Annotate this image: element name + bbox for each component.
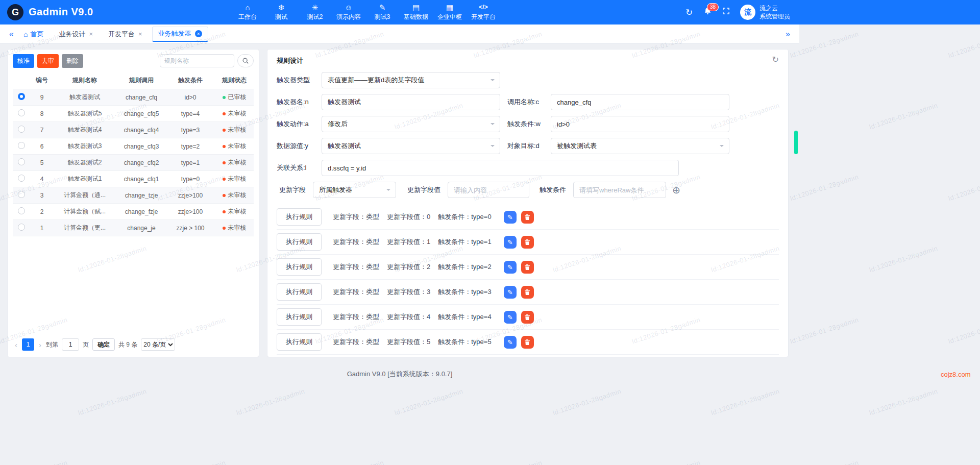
- trigger-condition-input[interactable]: [551, 116, 729, 132]
- page-size-select[interactable]: 20 条/页: [141, 338, 175, 351]
- page-number-button[interactable]: 1: [22, 338, 34, 351]
- scrollbar-thumb[interactable]: [794, 131, 798, 154]
- cell-trigger-cond: zzje > 100: [167, 225, 214, 232]
- next-page-icon[interactable]: ›: [38, 340, 42, 349]
- row-radio[interactable]: [18, 93, 25, 100]
- nav-item-dev-platform[interactable]: </>开发平台: [467, 0, 500, 25]
- target-object-label: 对象目标:d: [507, 141, 551, 151]
- tab-close-icon[interactable]: ×: [89, 30, 93, 38]
- panel-refresh-icon[interactable]: ↻: [772, 55, 779, 64]
- add-rule-icon[interactable]: ⊕: [672, 185, 680, 195]
- edit-rule-button[interactable]: ✎: [504, 261, 517, 274]
- collapse-tabs-icon[interactable]: «: [5, 30, 18, 39]
- expand-tabs-icon[interactable]: »: [781, 30, 794, 39]
- fullscreen-icon[interactable]: [717, 7, 735, 17]
- refresh-icon[interactable]: ↻: [680, 7, 698, 18]
- unapprove-button[interactable]: 去审: [37, 54, 59, 68]
- delete-rule-button[interactable]: [521, 311, 534, 324]
- rule-part: 触发条件：type=2: [438, 262, 491, 272]
- tab-close-icon[interactable]: ×: [195, 30, 202, 37]
- nav-item-label: 企业中枢: [437, 13, 462, 21]
- nav-item-test3[interactable]: ✎测试3: [365, 0, 399, 25]
- row-radio[interactable]: [18, 142, 25, 149]
- goto-confirm-button[interactable]: 确定: [92, 338, 115, 351]
- table-row[interactable]: 4触发器测试1change_cfq1type=0未审核: [13, 171, 254, 187]
- delete-rule-button[interactable]: [521, 236, 534, 249]
- row-radio[interactable]: [18, 109, 25, 116]
- approve-button[interactable]: 核准: [13, 54, 34, 68]
- field-trigger-condition: 触发条件:w: [507, 116, 729, 132]
- search-button[interactable]: [237, 54, 254, 67]
- table-row[interactable]: 1计算金额（更...change_jezzje > 100未审核: [13, 220, 254, 236]
- tab-business-trigger[interactable]: 业务触发器×: [152, 27, 208, 42]
- row-radio[interactable]: [18, 224, 25, 231]
- call-name-input[interactable]: [551, 94, 729, 110]
- status-text: 未审核: [228, 142, 247, 151]
- row-radio[interactable]: [18, 126, 25, 133]
- nav-item-demo-content[interactable]: ☺演示内容: [332, 0, 365, 25]
- status-text: 未审核: [228, 126, 247, 134]
- row-radio[interactable]: [18, 175, 25, 182]
- nav-item-workbench[interactable]: ⌂工作台: [231, 0, 264, 25]
- table-row[interactable]: 9触发器测试change_cfqid>0已审核: [13, 89, 254, 106]
- row-radio[interactable]: [18, 191, 25, 198]
- data-source-select[interactable]: 触发器测试: [322, 138, 500, 154]
- delete-button[interactable]: 删除: [62, 54, 83, 68]
- trigger-type-select[interactable]: 表值更新——更新d表的某字段值: [322, 72, 500, 88]
- table-row[interactable]: 3计算金额（通...change_tzjezzje>100未审核: [13, 187, 254, 204]
- relation-input[interactable]: [322, 160, 679, 176]
- tab-home[interactable]: ⌂首页: [18, 27, 49, 41]
- tab-close-icon[interactable]: ×: [138, 30, 142, 38]
- nav-item-test2[interactable]: ✳测试2: [298, 0, 332, 25]
- row-radio[interactable]: [18, 158, 25, 165]
- cell-trigger-cond: zzje>100: [167, 192, 214, 199]
- notification-bell-icon[interactable]: 38: [698, 7, 717, 18]
- delete-rule-button[interactable]: [521, 211, 534, 224]
- delete-rule-button[interactable]: [521, 261, 534, 274]
- user-info[interactable]: 流之云 系统管理员: [760, 4, 790, 20]
- status-dot: [223, 194, 226, 197]
- edit-rule-button[interactable]: ✎: [504, 286, 517, 299]
- edit-rule-button[interactable]: ✎: [504, 236, 517, 249]
- trigger-name-input[interactable]: [322, 94, 500, 110]
- rule-text: 更新字段：类型更新字段值：4触发条件：type=4: [333, 312, 499, 322]
- table-row[interactable]: 2计算金额（赋...change_fzjezzje>100未审核: [13, 204, 254, 220]
- trigger-action-select[interactable]: 修改后: [322, 116, 500, 132]
- update-field-select[interactable]: 所属触发器: [313, 182, 396, 198]
- workbench-icon: ⌂: [245, 3, 250, 12]
- table-row[interactable]: 6触发器测试3change_cfq3type=2未审核: [13, 138, 254, 155]
- prev-page-icon[interactable]: ‹: [14, 340, 18, 349]
- goto-page-input[interactable]: [62, 338, 79, 351]
- table-row[interactable]: 5触发器测试2change_cfq2type=1未审核: [13, 155, 254, 171]
- cell-trigger-cond: type=4: [167, 110, 214, 117]
- update-value-input[interactable]: [448, 182, 529, 198]
- watermark-text: ld:12026-01-28gadmin: [947, 30, 980, 60]
- delete-rule-button[interactable]: [521, 336, 534, 349]
- target-object-select[interactable]: 被触发测试表: [551, 138, 729, 154]
- header-actions: ↻ 38 流 流之云 系统管理员: [680, 0, 790, 25]
- table-body: 9触发器测试change_cfqid>0已审核8触发器测试5change_cfq…: [13, 89, 254, 236]
- nav-item-enterprise-hub[interactable]: ▦企业中枢: [433, 0, 467, 25]
- rule-name-search-input[interactable]: [160, 54, 234, 67]
- row-radio[interactable]: [18, 207, 25, 214]
- tab-bar: « ⌂首页业务设计×开发平台×业务触发器× »: [0, 25, 799, 44]
- test-icon: ❄: [278, 3, 285, 12]
- main-content: 核准 去审 删除 编号 规则名称 规则调用 触发条件 规则状态 9触发器测试ch…: [0, 44, 799, 465]
- test3-icon: ✎: [379, 3, 386, 12]
- tab-dev-platform[interactable]: 开发平台×: [103, 27, 148, 41]
- edit-rule-button[interactable]: ✎: [504, 211, 517, 224]
- rule-text: 更新字段：类型更新字段值：3触发条件：type=3: [333, 287, 499, 297]
- table-row[interactable]: 8触发器测试5change_cfq5type=4未审核: [13, 106, 254, 122]
- site-link[interactable]: cojz8.com: [941, 371, 971, 378]
- tab-business-design[interactable]: 业务设计×: [53, 27, 99, 41]
- delete-rule-button[interactable]: [521, 286, 534, 299]
- rule-part: 更新字段：类型: [333, 287, 379, 297]
- table-row[interactable]: 7触发器测试4change_cfq4type=3未审核: [13, 122, 254, 138]
- edit-rule-button[interactable]: ✎: [504, 311, 517, 324]
- nav-item-test[interactable]: ❄测试: [264, 0, 298, 25]
- edit-rule-button[interactable]: ✎: [504, 336, 517, 349]
- search-area: [160, 54, 254, 67]
- avatar[interactable]: 流: [740, 5, 755, 20]
- where-condition-input[interactable]: [573, 182, 666, 198]
- nav-item-base-data[interactable]: ▤基础数据: [399, 0, 433, 25]
